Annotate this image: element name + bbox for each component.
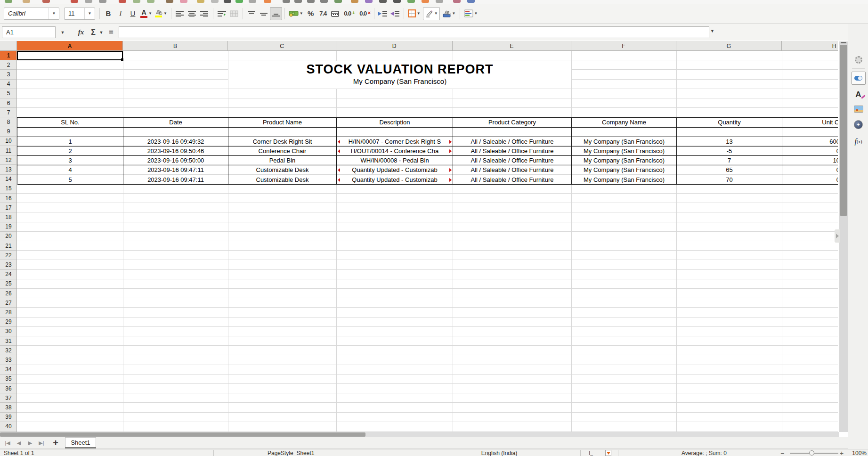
page-style-status[interactable]: PageStyle_Sheet1 (268, 449, 314, 456)
font-name-combo[interactable]: Calibri ▼ (4, 8, 59, 20)
highlight-dropdown-icon[interactable]: ▼ (163, 11, 167, 16)
table-data-cell[interactable]: 0 (782, 147, 838, 156)
row-header-31[interactable]: 31 (0, 336, 17, 346)
format-currency-button[interactable]: ▼ (287, 7, 305, 20)
column-header-E[interactable]: E (453, 41, 571, 51)
border-style-button[interactable]: ▼ (423, 7, 440, 20)
sheet-tab-sheet1[interactable]: Sheet1 (65, 437, 96, 448)
align-right-button[interactable] (198, 7, 211, 20)
zoom-out-button[interactable]: − (780, 449, 784, 456)
table-data-cell[interactable]: My Company (San Francisco) (572, 175, 677, 185)
previous-sheet-button[interactable]: ◀ (14, 439, 24, 448)
row-header-21[interactable]: 21 (0, 241, 17, 251)
table-data-cell[interactable]: 7 (677, 156, 782, 165)
row-header-18[interactable]: 18 (0, 212, 17, 222)
empty-cell[interactable] (677, 128, 782, 137)
sidebar-functions-button[interactable]: f(x) (848, 135, 868, 147)
delete-decimal-button[interactable]: 0.0× (357, 7, 369, 20)
empty-cell[interactable] (17, 128, 123, 137)
table-data-cell[interactable]: 1 (17, 137, 123, 147)
vertical-scrollbar[interactable] (839, 41, 848, 432)
format-date-button[interactable] (329, 7, 341, 20)
table-data-cell[interactable]: 13 (677, 137, 782, 147)
last-sheet-button[interactable]: ▶| (37, 439, 46, 448)
row-header-34[interactable]: 34 (0, 365, 17, 375)
row-header-19[interactable]: 19 (0, 222, 17, 232)
empty-cell[interactable] (123, 128, 228, 137)
name-box-dropdown-icon[interactable]: ▼ (56, 26, 70, 38)
table-data-cell[interactable]: My Company (San Francisco) (572, 156, 677, 165)
column-header-G[interactable]: G (676, 41, 782, 51)
expand-formula-bar-icon[interactable]: ▼ (710, 29, 714, 33)
row-header-9[interactable]: 9 (0, 127, 17, 137)
sidebar-navigator-button[interactable]: ✦ (848, 118, 868, 130)
empty-cell[interactable] (572, 128, 677, 137)
row-header-39[interactable]: 39 (0, 413, 17, 422)
table-data-cell[interactable]: Customizable Desk (228, 175, 337, 185)
table-data-cell[interactable]: 2023-09-16 09:47:11 (123, 175, 228, 185)
table-data-cell[interactable]: 4 (17, 165, 123, 175)
merge-cells-button[interactable] (228, 7, 240, 20)
column-header-D[interactable]: D (336, 41, 453, 51)
row-header-11[interactable]: 11 (0, 146, 17, 155)
selection-summary-status[interactable]: Average: ; Sum: 0 (636, 449, 772, 456)
row-header-2[interactable]: 2 (0, 60, 17, 70)
row-header-40[interactable]: 40 (0, 422, 17, 432)
table-data-cell[interactable]: 10 (782, 156, 838, 165)
table-data-cell[interactable]: 2023-09-16 09:50:00 (123, 156, 228, 165)
row-header-33[interactable]: 33 (0, 355, 17, 365)
equals-button[interactable]: = (106, 26, 116, 38)
table-data-cell[interactable]: 2023-09-16 09:49:32 (123, 137, 228, 147)
table-data-cell[interactable]: Pedal Bin (228, 156, 337, 165)
row-header-26[interactable]: 26 (0, 289, 17, 298)
border-style-dropdown-icon[interactable]: ▼ (434, 11, 438, 16)
font-color-dropdown-icon[interactable]: ▼ (148, 11, 152, 16)
table-header-cell[interactable]: Date (123, 118, 228, 127)
table-data-cell[interactable]: All / Saleable / Office Furniture (453, 147, 572, 156)
sidebar-styles-button[interactable]: A (848, 89, 868, 100)
row-header-14[interactable]: 14 (0, 175, 17, 184)
border-color-dropdown-icon[interactable]: ▼ (452, 11, 456, 16)
font-color-button[interactable]: A ▼ (139, 7, 154, 20)
row-header-30[interactable]: 30 (0, 327, 17, 336)
row-header-20[interactable]: 20 (0, 232, 17, 241)
increase-indent-button[interactable] (377, 7, 389, 20)
row-header-4[interactable]: 4 (0, 80, 17, 89)
row-header-12[interactable]: 12 (0, 155, 17, 165)
table-data-cell[interactable]: Quantity Updated - Customizab (337, 165, 453, 175)
table-data-cell[interactable]: All / Saleable / Office Furniture (453, 137, 572, 147)
italic-button[interactable]: I (114, 7, 127, 20)
format-percent-button[interactable]: % (305, 7, 317, 20)
currency-dropdown-icon[interactable]: ▼ (300, 11, 303, 16)
table-data-cell[interactable]: H/IN/00007 - Corner Desk Right S (337, 137, 453, 147)
insert-mode-status[interactable]: I_ (589, 449, 593, 456)
row-header-10[interactable]: 10 (0, 137, 17, 146)
column-header-H[interactable]: H (782, 41, 838, 51)
row-header-17[interactable]: 17 (0, 203, 17, 212)
zoom-slider-thumb[interactable] (809, 450, 814, 456)
column-header-A[interactable]: A (17, 41, 123, 51)
row-header-7[interactable]: 7 (0, 108, 17, 117)
row-header-28[interactable]: 28 (0, 308, 17, 317)
table-header-cell[interactable]: SL No. (17, 118, 123, 127)
language-status[interactable]: English (India) (443, 449, 556, 456)
table-data-cell[interactable]: All / Saleable / Office Furniture (453, 175, 572, 185)
table-data-cell[interactable]: Conference Chair (228, 147, 337, 156)
row-header-24[interactable]: 24 (0, 270, 17, 279)
zoom-level-status[interactable]: 100% (848, 449, 867, 456)
cells-area[interactable]: STOCK VALUATION REPORTMy Company (San Fr… (17, 51, 838, 432)
column-header-F[interactable]: F (571, 41, 676, 51)
table-header-cell[interactable]: Product Name (228, 118, 337, 127)
next-sheet-button[interactable]: ▶ (25, 439, 35, 448)
underline-button[interactable]: U (127, 7, 139, 20)
select-all-corner[interactable] (0, 41, 17, 51)
table-header-cell[interactable]: Product Category (453, 118, 572, 127)
table-data-cell[interactable]: 3 (17, 156, 123, 165)
table-header-cell[interactable]: Company Name (572, 118, 677, 127)
align-center-button[interactable] (186, 7, 198, 20)
row-header-22[interactable]: 22 (0, 251, 17, 260)
table-data-cell[interactable]: WH/IN/00008 - Pedal Bin (337, 156, 453, 165)
table-data-cell[interactable]: Corner Desk Right Sit (228, 137, 337, 147)
font-size-combo[interactable]: 11 ▼ (64, 8, 95, 20)
row-header-37[interactable]: 37 (0, 393, 17, 403)
